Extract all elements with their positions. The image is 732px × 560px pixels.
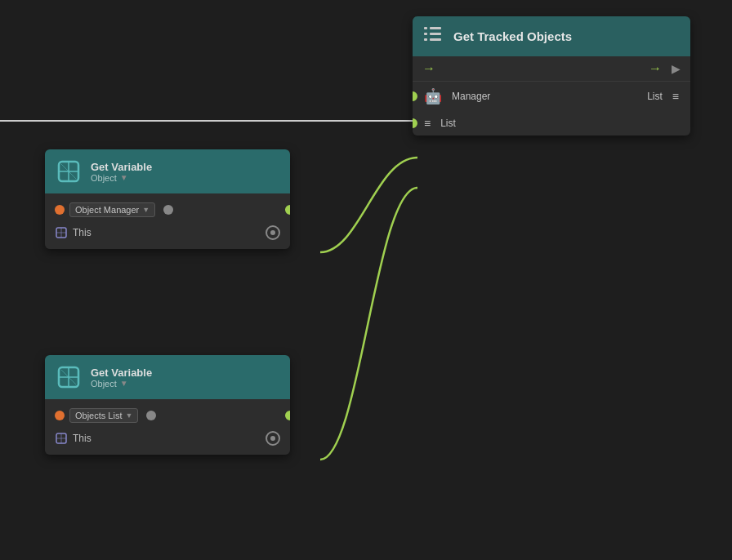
var-2-header-icon	[55, 363, 83, 391]
svg-rect-2	[424, 27, 427, 29]
dropdown-arrow: ▼	[142, 206, 150, 214]
var-1-inner: Get Variable Object ▼ Object Manager ▼	[45, 149, 290, 249]
this-label-2: This	[73, 433, 261, 444]
this-icon-1	[55, 226, 68, 239]
obj-manager-output-dot	[285, 205, 290, 215]
var-2-title: Get Variable	[91, 367, 152, 379]
var-2-inner: Get Variable Object ▼ Objects List ▼	[45, 355, 290, 455]
var-2-subtitle-row: Object ▼	[91, 379, 152, 389]
this-label-1: This	[73, 227, 261, 238]
play-icon: ▶	[672, 62, 681, 75]
var-2-dropdown-arrow[interactable]: ▼	[120, 379, 128, 388]
exec-in-arrow: →	[422, 61, 435, 76]
var-1-header-texts: Get Variable Object ▼	[91, 161, 152, 183]
var-1-body: Object Manager ▼ This	[45, 193, 290, 249]
var-1-subtitle: Object	[91, 173, 117, 183]
this-target-1[interactable]	[266, 225, 280, 240]
var-1-row-1: Object Manager ▼	[45, 198, 290, 221]
var-1-header: Get Variable Object ▼	[45, 149, 290, 193]
gto-exec-row: → → ▶	[413, 56, 690, 82]
var-1-title: Get Variable	[91, 161, 152, 173]
var-1-subtitle-row: Object ▼	[91, 173, 152, 183]
gto-title: Get Tracked Objects	[453, 29, 572, 43]
var-2-row-1: Objects List ▼	[45, 404, 290, 427]
manager-icon: 🤖	[424, 87, 442, 105]
dropdown-arrow-2: ▼	[125, 411, 132, 420]
gto-manager-row: 🤖 Manager List ≡	[413, 82, 690, 111]
svg-rect-5	[430, 33, 441, 35]
obj-list-right-pin	[146, 411, 156, 420]
list-input-dot	[413, 118, 417, 128]
gto-header: Get Tracked Objects	[413, 16, 690, 56]
obj-manager-pin	[55, 205, 65, 215]
list-label: List	[440, 118, 679, 129]
get-tracked-objects-node: Get Tracked Objects → → ▶ 🤖 Manager List…	[413, 16, 690, 136]
obj-list-output-dot	[285, 411, 290, 420]
list-icon	[424, 26, 444, 47]
var-2-subtitle: Object	[91, 379, 117, 389]
manager-input-dot	[413, 91, 417, 101]
svg-rect-3	[430, 27, 441, 29]
get-variable-2-node: Get Variable Object ▼ Objects List ▼	[45, 355, 290, 455]
var-2-row-2: This	[45, 427, 290, 450]
obj-list-pin	[55, 411, 65, 420]
var-1-header-icon	[55, 158, 83, 185]
var-2-header: Get Variable Object ▼	[45, 355, 290, 399]
var-1-row-2: This	[45, 221, 290, 244]
var-2-header-texts: Get Variable Object ▼	[91, 367, 152, 389]
obj-list-dropdown[interactable]: Objects List ▼	[69, 408, 138, 423]
list-row-icon: ≡	[424, 117, 431, 130]
this-target-2[interactable]	[266, 431, 280, 446]
obj-manager-right-pin	[163, 205, 173, 215]
manager-label: Manager	[452, 91, 640, 102]
var-2-body: Objects List ▼ This	[45, 399, 290, 455]
obj-list-label: Objects List	[75, 411, 122, 420]
obj-manager-dropdown[interactable]: Object Manager ▼	[69, 202, 155, 217]
gto-list-row: ≡ List	[413, 111, 690, 136]
obj-manager-label: Object Manager	[75, 205, 139, 215]
svg-rect-6	[424, 38, 427, 41]
svg-rect-4	[424, 33, 427, 35]
var-1-dropdown-arrow[interactable]: ▼	[120, 173, 128, 182]
list-right-icon: ≡	[672, 90, 679, 103]
this-icon-2	[55, 432, 68, 445]
exec-out-arrow: →	[649, 61, 662, 76]
get-variable-1-node: Get Variable Object ▼ Object Manager ▼	[45, 149, 290, 249]
list-right-label: List	[647, 91, 663, 102]
svg-rect-7	[430, 38, 441, 41]
gto-body: → → ▶ 🤖 Manager List ≡ ≡ List	[413, 56, 690, 136]
